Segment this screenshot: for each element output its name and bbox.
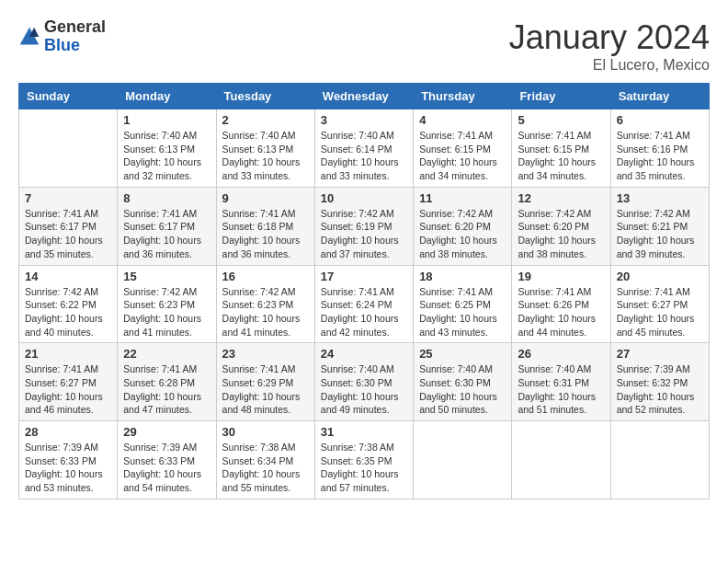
day-number: 2 bbox=[222, 113, 309, 127]
calendar-cell: 17Sunrise: 7:41 AMSunset: 6:24 PMDayligh… bbox=[314, 265, 413, 343]
day-number: 3 bbox=[321, 113, 407, 127]
weekday-header-sunday: Sunday bbox=[19, 84, 118, 109]
calendar-cell: 16Sunrise: 7:42 AMSunset: 6:23 PMDayligh… bbox=[216, 265, 314, 343]
day-info: Sunrise: 7:41 AMSunset: 6:26 PMDaylight:… bbox=[518, 285, 604, 339]
day-number: 18 bbox=[419, 270, 506, 283]
day-info: Sunrise: 7:42 AMSunset: 6:23 PMDaylight:… bbox=[222, 285, 309, 339]
calendar-cell: 27Sunrise: 7:39 AMSunset: 6:32 PMDayligh… bbox=[610, 343, 709, 421]
calendar-week-4: 21Sunrise: 7:41 AMSunset: 6:27 PMDayligh… bbox=[19, 343, 710, 421]
calendar-header: SundayMondayTuesdayWednesdayThursdayFrid… bbox=[19, 84, 710, 109]
day-number: 10 bbox=[321, 191, 407, 205]
day-info: Sunrise: 7:41 AMSunset: 6:18 PMDaylight:… bbox=[222, 207, 309, 261]
day-number: 29 bbox=[123, 425, 210, 439]
day-info: Sunrise: 7:41 AMSunset: 6:29 PMDaylight:… bbox=[222, 362, 309, 417]
day-info: Sunrise: 7:40 AMSunset: 6:30 PMDaylight:… bbox=[419, 362, 506, 417]
day-info: Sunrise: 7:41 AMSunset: 6:17 PMDaylight:… bbox=[25, 207, 111, 261]
calendar-cell: 22Sunrise: 7:41 AMSunset: 6:28 PMDayligh… bbox=[118, 343, 216, 421]
day-info: Sunrise: 7:41 AMSunset: 6:27 PMDaylight:… bbox=[25, 362, 111, 417]
day-number: 23 bbox=[222, 347, 309, 361]
day-number: 6 bbox=[617, 113, 703, 127]
calendar-cell: 11Sunrise: 7:42 AMSunset: 6:20 PMDayligh… bbox=[414, 187, 512, 265]
calendar-table: SundayMondayTuesdayWednesdayThursdayFrid… bbox=[18, 83, 710, 500]
calendar-cell bbox=[610, 421, 709, 500]
calendar-cell: 23Sunrise: 7:41 AMSunset: 6:29 PMDayligh… bbox=[216, 343, 314, 421]
logo-icon bbox=[18, 26, 40, 48]
calendar-body: 1Sunrise: 7:40 AMSunset: 6:13 PMDaylight… bbox=[19, 109, 710, 500]
calendar-cell: 14Sunrise: 7:42 AMSunset: 6:22 PMDayligh… bbox=[19, 265, 118, 343]
day-number: 14 bbox=[25, 270, 111, 283]
day-number: 12 bbox=[518, 191, 604, 205]
calendar-cell: 13Sunrise: 7:42 AMSunset: 6:21 PMDayligh… bbox=[610, 187, 709, 265]
day-info: Sunrise: 7:40 AMSunset: 6:14 PMDaylight:… bbox=[321, 129, 407, 183]
day-info: Sunrise: 7:39 AMSunset: 6:33 PMDaylight:… bbox=[123, 441, 210, 495]
day-info: Sunrise: 7:40 AMSunset: 6:30 PMDaylight:… bbox=[321, 362, 407, 417]
weekday-row: SundayMondayTuesdayWednesdayThursdayFrid… bbox=[19, 84, 710, 109]
logo: General Blue bbox=[18, 18, 106, 55]
day-number: 8 bbox=[123, 191, 210, 205]
day-info: Sunrise: 7:38 AMSunset: 6:34 PMDaylight:… bbox=[222, 441, 309, 495]
month-title: January 2024 bbox=[509, 18, 710, 57]
day-info: Sunrise: 7:40 AMSunset: 6:13 PMDaylight:… bbox=[123, 129, 210, 183]
calendar-cell: 28Sunrise: 7:39 AMSunset: 6:33 PMDayligh… bbox=[19, 421, 118, 500]
calendar-week-5: 28Sunrise: 7:39 AMSunset: 6:33 PMDayligh… bbox=[19, 421, 710, 500]
day-info: Sunrise: 7:41 AMSunset: 6:24 PMDaylight:… bbox=[321, 285, 407, 339]
day-info: Sunrise: 7:42 AMSunset: 6:20 PMDaylight:… bbox=[419, 207, 506, 261]
day-number: 24 bbox=[321, 347, 407, 361]
day-number: 31 bbox=[321, 425, 407, 439]
weekday-header-friday: Friday bbox=[512, 84, 610, 109]
day-info: Sunrise: 7:38 AMSunset: 6:35 PMDaylight:… bbox=[321, 441, 407, 495]
calendar-cell: 4Sunrise: 7:41 AMSunset: 6:15 PMDaylight… bbox=[414, 109, 512, 188]
day-info: Sunrise: 7:41 AMSunset: 6:28 PMDaylight:… bbox=[123, 362, 210, 417]
day-number: 7 bbox=[25, 191, 111, 205]
weekday-header-wednesday: Wednesday bbox=[314, 84, 413, 109]
day-info: Sunrise: 7:39 AMSunset: 6:32 PMDaylight:… bbox=[617, 362, 703, 417]
calendar-cell: 5Sunrise: 7:41 AMSunset: 6:15 PMDaylight… bbox=[512, 109, 610, 188]
calendar-cell: 29Sunrise: 7:39 AMSunset: 6:33 PMDayligh… bbox=[118, 421, 216, 500]
day-number: 28 bbox=[25, 425, 111, 439]
calendar-cell bbox=[19, 109, 118, 188]
day-info: Sunrise: 7:42 AMSunset: 6:23 PMDaylight:… bbox=[123, 285, 210, 339]
day-number: 4 bbox=[419, 113, 506, 127]
day-info: Sunrise: 7:42 AMSunset: 6:21 PMDaylight:… bbox=[617, 207, 703, 261]
calendar-cell: 25Sunrise: 7:40 AMSunset: 6:30 PMDayligh… bbox=[414, 343, 512, 421]
day-number: 30 bbox=[222, 425, 309, 439]
day-info: Sunrise: 7:40 AMSunset: 6:31 PMDaylight:… bbox=[518, 362, 604, 417]
day-info: Sunrise: 7:42 AMSunset: 6:20 PMDaylight:… bbox=[518, 207, 604, 261]
day-info: Sunrise: 7:39 AMSunset: 6:33 PMDaylight:… bbox=[25, 441, 111, 495]
calendar-cell: 6Sunrise: 7:41 AMSunset: 6:16 PMDaylight… bbox=[610, 109, 709, 188]
day-number: 13 bbox=[617, 191, 703, 205]
location-title: El Lucero, Mexico bbox=[509, 57, 710, 74]
calendar-cell: 9Sunrise: 7:41 AMSunset: 6:18 PMDaylight… bbox=[216, 187, 314, 265]
page-header: General Blue January 2024 El Lucero, Mex… bbox=[18, 18, 710, 74]
calendar-cell: 26Sunrise: 7:40 AMSunset: 6:31 PMDayligh… bbox=[512, 343, 610, 421]
title-block: January 2024 El Lucero, Mexico bbox=[509, 18, 710, 74]
day-number: 11 bbox=[419, 191, 506, 205]
day-number: 25 bbox=[419, 347, 506, 361]
day-info: Sunrise: 7:41 AMSunset: 6:25 PMDaylight:… bbox=[419, 285, 506, 339]
calendar-cell bbox=[414, 421, 512, 500]
calendar-cell bbox=[512, 421, 610, 500]
weekday-header-tuesday: Tuesday bbox=[216, 84, 314, 109]
weekday-header-saturday: Saturday bbox=[610, 84, 709, 109]
logo-blue-text: Blue bbox=[44, 37, 106, 55]
day-number: 5 bbox=[518, 113, 604, 127]
calendar-cell: 31Sunrise: 7:38 AMSunset: 6:35 PMDayligh… bbox=[314, 421, 413, 500]
calendar-cell: 7Sunrise: 7:41 AMSunset: 6:17 PMDaylight… bbox=[19, 187, 118, 265]
calendar-cell: 2Sunrise: 7:40 AMSunset: 6:13 PMDaylight… bbox=[216, 109, 314, 188]
calendar-cell: 10Sunrise: 7:42 AMSunset: 6:19 PMDayligh… bbox=[314, 187, 413, 265]
calendar-cell: 24Sunrise: 7:40 AMSunset: 6:30 PMDayligh… bbox=[314, 343, 413, 421]
logo-general-text: General bbox=[44, 18, 106, 37]
day-number: 19 bbox=[518, 270, 604, 283]
day-number: 20 bbox=[617, 270, 703, 283]
calendar-cell: 1Sunrise: 7:40 AMSunset: 6:13 PMDaylight… bbox=[118, 109, 216, 188]
calendar-week-1: 1Sunrise: 7:40 AMSunset: 6:13 PMDaylight… bbox=[19, 109, 710, 188]
calendar-cell: 3Sunrise: 7:40 AMSunset: 6:14 PMDaylight… bbox=[314, 109, 413, 188]
calendar-week-2: 7Sunrise: 7:41 AMSunset: 6:17 PMDaylight… bbox=[19, 187, 710, 265]
day-info: Sunrise: 7:41 AMSunset: 6:17 PMDaylight:… bbox=[123, 207, 210, 261]
day-number: 21 bbox=[25, 347, 111, 361]
day-number: 27 bbox=[617, 347, 703, 361]
day-number: 9 bbox=[222, 191, 309, 205]
day-number: 22 bbox=[123, 347, 210, 361]
calendar-cell: 30Sunrise: 7:38 AMSunset: 6:34 PMDayligh… bbox=[216, 421, 314, 500]
calendar-cell: 19Sunrise: 7:41 AMSunset: 6:26 PMDayligh… bbox=[512, 265, 610, 343]
